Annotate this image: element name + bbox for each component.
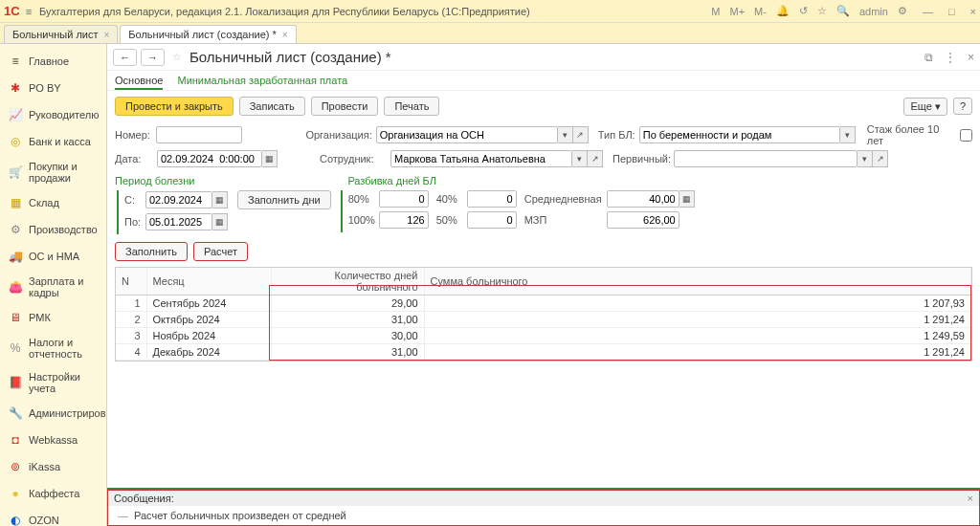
sidebar-item-label: Администрирование [29,407,107,419]
from-input[interactable] [145,191,212,208]
type-input[interactable] [639,126,840,143]
table-row[interactable]: 1Сентябрь 202429,001 207,93 [116,296,971,312]
sidebar-item-kaffesta[interactable]: ●Каффеста [0,480,106,507]
cell-n: 1 [116,296,146,312]
calendar-icon[interactable]: ▦ [262,150,278,167]
calendar-icon[interactable]: ▦ [212,191,228,208]
mem-mminus[interactable]: M- [754,6,767,17]
stazh-checkbox[interactable] [960,129,972,142]
sidebar-item-manager[interactable]: 📈Руководителю [0,101,106,128]
sidebar-item-bank[interactable]: ◎Банк и касса [0,128,106,155]
primary-input[interactable] [674,150,858,167]
open-icon[interactable]: ↗ [588,150,603,167]
history-icon[interactable]: ↺ [799,5,808,17]
cell-month: Октябрь 2024 [146,312,271,328]
sidebar-item-tax[interactable]: %Налоги и отчетность [0,331,106,365]
write-button[interactable]: Записать [239,97,305,116]
th-n: N [116,268,146,296]
maximize-icon[interactable]: □ [948,6,955,17]
table-row[interactable]: 3Ноябрь 202430,001 249,59 [116,328,971,344]
minimize-icon[interactable]: — [923,6,933,17]
avg-input[interactable] [607,190,679,208]
table-row[interactable]: 2Октябрь 202431,001 291,24 [116,312,971,328]
calc-icon[interactable]: ▦ [679,190,695,208]
menu-icon[interactable]: ≡ [26,6,32,17]
th-month: Месяц [146,268,271,296]
fill-days-button[interactable]: Заполнить дни [237,190,331,209]
table-row[interactable]: 4Декабрь 202431,001 291,24 [116,344,971,361]
mem-m[interactable]: M [711,6,720,17]
sidebar-item-production[interactable]: ⚙Производство [0,216,106,243]
p80-input[interactable] [379,190,429,208]
sidebar-item-assets[interactable]: 🚚ОС и НМА [0,243,106,270]
user-name[interactable]: admin [859,6,888,17]
sidebar-item-poby[interactable]: ✱PO BY [0,75,106,101]
content: ← → ☆ Больничный лист (создание) * ⧉ ⋮ ×… [107,44,980,526]
sidebar-item-warehouse[interactable]: ▦Склад [0,189,106,216]
sidebar-item-salary[interactable]: 👛Зарплата и кадры [0,270,106,304]
close-icon[interactable]: × [282,30,288,40]
sidebar-item-label: iKassa [29,461,60,472]
post-and-close-button[interactable]: Провести и закрыть [115,97,234,116]
cell-n: 3 [116,328,146,344]
calc-button[interactable]: Расчет [193,242,248,261]
mzp-input[interactable] [607,211,679,229]
primary-label: Первичный: [612,153,670,164]
sidebar-item-rmk[interactable]: 🖥РМК [0,304,106,331]
dropdown-icon[interactable]: ▾ [858,150,873,167]
dropdown-icon[interactable]: ▾ [840,126,856,143]
tab-1[interactable]: Больничный лист (создание) * × [120,25,296,43]
sidebar-item-settings[interactable]: 📕Настройки учета [0,365,106,400]
favorite-icon[interactable]: ☆ [172,51,182,63]
back-button[interactable]: ← [113,49,137,66]
emp-input[interactable] [390,150,572,167]
sidebar-item-admin[interactable]: 🔧Администрирование [0,400,106,427]
p50-input[interactable] [467,211,517,229]
date-label: Дата: [115,153,153,164]
print-button[interactable]: Печать [384,97,439,116]
messages-close-icon[interactable]: × [968,493,973,504]
settings-icon[interactable]: ⚙ [898,5,907,17]
help-button[interactable]: ? [953,98,972,115]
number-input[interactable] [156,126,242,143]
sidebar-item-trade[interactable]: 🛒Покупки и продажи [0,155,106,189]
link-icon[interactable]: ⧉ [924,51,933,64]
sidebar-item-ikassa[interactable]: ⊚iKassa [0,453,106,480]
search-icon[interactable]: 🔍 [836,5,850,17]
sidebar-item-label: Руководителю [29,109,99,121]
sidebar-item-webkassa[interactable]: ◘Webkassa [0,427,106,453]
forward-button[interactable]: → [141,49,165,66]
mzp-label: МЗП [524,214,603,226]
subnav-minwage[interactable]: Минимальная заработанная плата [177,75,347,86]
tabstrip: Больничный лист × Больничный лист (созда… [0,23,980,44]
bell-icon[interactable]: 🔔 [776,5,790,17]
more-icon[interactable]: ⋮ [945,51,956,64]
dropdown-icon[interactable]: ▾ [572,150,588,167]
sidebar-item-label: PO BY [29,82,61,94]
p40-input[interactable] [467,190,517,208]
period-dates: С: ▦ Заполнить дни По: ▦ [117,190,331,234]
fill-button[interactable]: Заполнить [115,242,188,261]
chart-icon: 📈 [8,107,23,122]
org-input[interactable] [376,126,558,143]
subnav-main[interactable]: Основное [115,75,163,90]
more-button[interactable]: Еще ▾ [903,98,947,116]
dropdown-icon[interactable]: ▾ [558,126,573,143]
close-icon[interactable]: × [970,6,976,17]
calendar-icon[interactable]: ▦ [212,213,228,230]
p100-input[interactable] [379,211,429,229]
tab-0[interactable]: Больничный лист × [4,25,118,43]
close-page-icon[interactable]: × [968,51,974,64]
sidebar-item-main[interactable]: ≡Главное [0,48,106,75]
open-icon[interactable]: ↗ [873,150,888,167]
date-input[interactable] [157,150,262,167]
sidebar-item-ozon[interactable]: ◐OZON [0,507,106,526]
to-input[interactable] [145,213,212,230]
p100-label: 100% [348,214,375,226]
mem-mplus[interactable]: M+ [730,6,746,17]
open-icon[interactable]: ↗ [573,126,589,143]
post-button[interactable]: Провести [311,97,379,116]
star-icon[interactable]: ☆ [817,5,827,17]
close-icon[interactable]: × [103,30,109,40]
cell-n: 2 [116,312,146,328]
